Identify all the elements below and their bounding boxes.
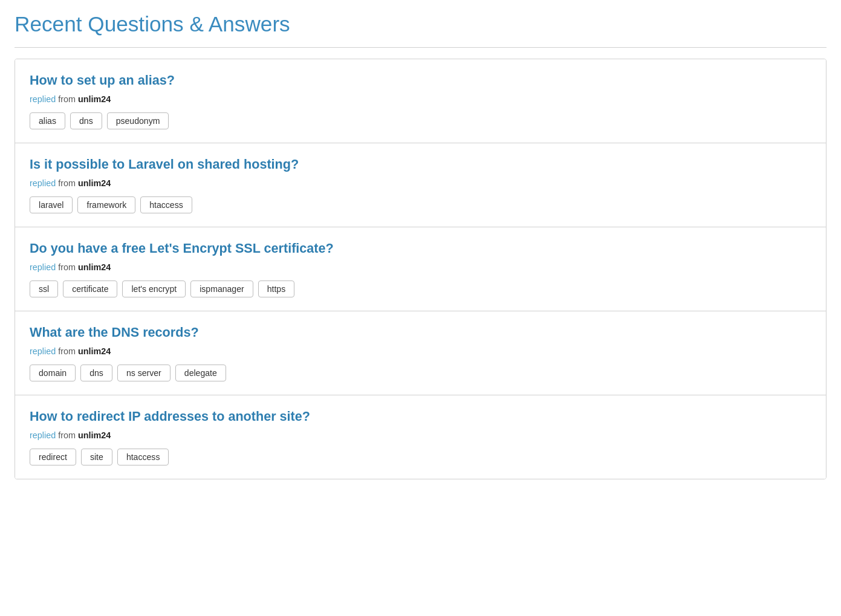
- questions-list: How to set up an alias?replied from unli…: [15, 59, 826, 479]
- tag[interactable]: ssl: [30, 280, 58, 297]
- question-card: How to set up an alias?replied from unli…: [15, 59, 826, 143]
- replied-badge: replied: [30, 178, 56, 188]
- question-meta: replied from unlim24: [30, 94, 811, 104]
- question-meta: replied from unlim24: [30, 262, 811, 272]
- question-title[interactable]: Do you have a free Let's Encrypt SSL cer…: [30, 241, 811, 256]
- question-meta: replied from unlim24: [30, 178, 811, 188]
- question-author[interactable]: unlim24: [78, 178, 111, 188]
- question-author[interactable]: unlim24: [78, 94, 111, 104]
- question-title[interactable]: How to set up an alias?: [30, 73, 811, 88]
- tag[interactable]: ispmanager: [190, 280, 253, 297]
- question-author[interactable]: unlim24: [78, 430, 111, 440]
- tag[interactable]: framework: [77, 196, 135, 213]
- question-card: Do you have a free Let's Encrypt SSL cer…: [15, 227, 826, 311]
- tags-container: domaindnsns serverdelegate: [30, 365, 811, 381]
- tag[interactable]: dns: [70, 112, 102, 129]
- replied-badge: replied: [30, 346, 56, 356]
- question-author[interactable]: unlim24: [78, 262, 111, 272]
- question-title[interactable]: Is it possible to Laravel on shared host…: [30, 157, 811, 172]
- tags-container: aliasdnspseudonym: [30, 112, 811, 129]
- question-meta: replied from unlim24: [30, 346, 811, 356]
- tag[interactable]: https: [258, 280, 295, 297]
- tag[interactable]: alias: [30, 112, 65, 129]
- question-card: What are the DNS records?replied from un…: [15, 311, 826, 395]
- divider: [15, 47, 826, 48]
- tag[interactable]: site: [81, 449, 112, 465]
- tag[interactable]: htaccess: [140, 196, 192, 213]
- tag[interactable]: let's encrypt: [122, 280, 186, 297]
- question-card: Is it possible to Laravel on shared host…: [15, 143, 826, 227]
- question-title[interactable]: What are the DNS records?: [30, 325, 811, 340]
- tag[interactable]: htaccess: [117, 449, 169, 465]
- page-title: Recent Questions & Answers: [15, 12, 826, 36]
- question-card: How to redirect IP addresses to another …: [15, 395, 826, 479]
- tag[interactable]: certificate: [63, 280, 117, 297]
- tags-container: sslcertificatelet's encryptispmanagerhtt…: [30, 280, 811, 297]
- tag[interactable]: redirect: [30, 449, 76, 465]
- tag[interactable]: laravel: [30, 196, 73, 213]
- tag[interactable]: ns server: [117, 365, 170, 381]
- question-author[interactable]: unlim24: [78, 346, 111, 356]
- tag[interactable]: domain: [30, 365, 76, 381]
- tag[interactable]: delegate: [175, 365, 226, 381]
- tags-container: redirectsitehtaccess: [30, 449, 811, 465]
- tag[interactable]: dns: [80, 365, 112, 381]
- question-meta: replied from unlim24: [30, 430, 811, 440]
- replied-badge: replied: [30, 430, 56, 440]
- tags-container: laravelframeworkhtaccess: [30, 196, 811, 213]
- replied-badge: replied: [30, 94, 56, 104]
- replied-badge: replied: [30, 262, 56, 272]
- tag[interactable]: pseudonym: [107, 112, 169, 129]
- question-title[interactable]: How to redirect IP addresses to another …: [30, 409, 811, 424]
